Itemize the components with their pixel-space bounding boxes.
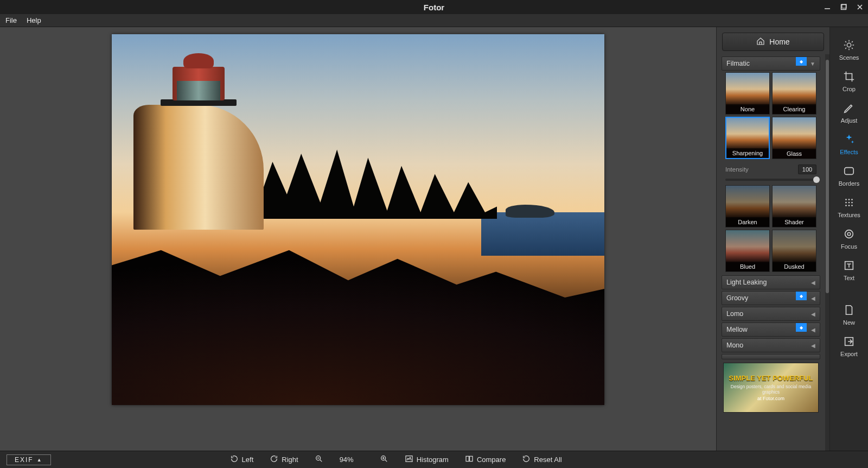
textures-icon: [843, 197, 855, 210]
svg-point-8: [848, 202, 850, 204]
promo-title: SIMPLE YET POWERFUL: [724, 374, 818, 382]
tool-rail: Scenes Crop Adjust Effects Borders Textu…: [830, 27, 868, 451]
chevron-left-icon: ◀: [811, 343, 815, 349]
rotate-right-icon: [270, 454, 278, 465]
focus-icon: [843, 228, 855, 241]
category-light-leaking[interactable]: Light Leaking◀: [722, 275, 820, 289]
sun-icon: [843, 39, 855, 52]
chevron-up-icon: ▲: [37, 457, 43, 463]
window-controls: [819, 0, 868, 14]
chevron-left-icon: ◀: [811, 295, 815, 301]
promo-banner[interactable]: SIMPLE YET POWERFUL Design posters, card…: [723, 363, 819, 413]
zoom-level: 94%: [340, 456, 363, 464]
exif-button[interactable]: EXIF ▲: [7, 454, 51, 465]
rail-new[interactable]: New: [833, 302, 865, 328]
svg-point-11: [848, 205, 850, 206]
rail-effects[interactable]: Effects: [833, 131, 865, 157]
compare-button[interactable]: Compare: [465, 454, 506, 465]
chevron-left-icon: ◀: [811, 280, 815, 286]
rotate-left-icon: [230, 454, 239, 465]
effect-shader[interactable]: Shader: [772, 185, 816, 227]
svg-rect-20: [466, 456, 469, 461]
rail-export[interactable]: Export: [833, 333, 865, 359]
minimize-button[interactable]: [819, 0, 835, 14]
rail-textures[interactable]: Textures: [833, 194, 865, 220]
svg-point-6: [851, 199, 853, 200]
rail-borders[interactable]: Borders: [833, 163, 865, 189]
home-label: Home: [769, 37, 789, 46]
premium-badge-icon: [796, 292, 807, 300]
promo-url: at Fotor.com: [724, 396, 818, 401]
svg-point-2: [847, 43, 851, 47]
rail-crop[interactable]: Crop: [833, 68, 865, 94]
effect-sharpening[interactable]: Sharpening: [725, 117, 770, 159]
rotate-right-button[interactable]: Right: [270, 454, 298, 465]
image-canvas[interactable]: [112, 34, 604, 405]
intensity-value[interactable]: 100: [798, 165, 816, 174]
close-button[interactable]: [852, 0, 868, 14]
intensity-row: Intensity 100: [720, 162, 822, 176]
canvas-area: [0, 27, 716, 451]
maximize-button[interactable]: [835, 0, 852, 14]
menubar: File Help: [0, 14, 868, 27]
home-icon: [756, 37, 765, 47]
crop-icon: [843, 71, 855, 84]
export-icon: [843, 336, 855, 349]
category-groovy[interactable]: Groovy◀: [722, 291, 820, 305]
effects-panel: Home Filmatic ▼ None Clearing Sharpening…: [716, 27, 830, 451]
category-mono[interactable]: Mono◀: [722, 338, 820, 352]
intensity-slider[interactable]: [725, 179, 816, 181]
svg-rect-3: [845, 168, 854, 175]
svg-point-9: [851, 202, 853, 204]
chevron-left-icon: ◀: [811, 311, 815, 317]
titlebar: Fotor: [0, 0, 868, 14]
category-more[interactable]: [722, 354, 820, 359]
menu-help[interactable]: Help: [27, 16, 41, 24]
premium-badge-icon: [796, 57, 807, 66]
reset-all-button[interactable]: Reset All: [522, 454, 561, 465]
svg-point-12: [851, 205, 853, 206]
effect-blued[interactable]: Blued: [725, 230, 770, 272]
histogram-icon: [405, 454, 413, 465]
zoom-in-icon: [380, 454, 388, 465]
histogram-button[interactable]: Histogram: [405, 454, 449, 465]
zoom-out-button[interactable]: [315, 454, 323, 465]
file-icon: [843, 304, 855, 317]
svg-point-5: [848, 199, 850, 200]
effect-glass[interactable]: Glass: [772, 117, 816, 159]
rotate-left-button[interactable]: Left: [230, 454, 254, 465]
effect-clearing[interactable]: Clearing: [772, 72, 816, 115]
zoom-out-icon: [315, 454, 323, 465]
chevron-left-icon: ◀: [811, 327, 815, 333]
zoom-in-button[interactable]: [380, 454, 388, 465]
effect-none[interactable]: None: [725, 72, 770, 115]
rail-scenes[interactable]: Scenes: [833, 37, 865, 63]
category-filmatic[interactable]: Filmatic ▼: [722, 56, 820, 71]
rail-focus[interactable]: Focus: [833, 226, 865, 252]
borders-icon: [843, 165, 855, 178]
rail-adjust[interactable]: Adjust: [833, 100, 865, 126]
panel-scrollbar[interactable]: [825, 54, 829, 451]
category-mellow[interactable]: Mellow◀: [722, 322, 820, 337]
scrollbar-thumb[interactable]: [826, 60, 829, 293]
menu-file[interactable]: File: [5, 16, 17, 24]
intensity-label: Intensity: [725, 166, 749, 173]
bottom-bar: EXIF ▲ Left Right 94% Histogram Compare …: [0, 451, 868, 468]
effect-dusked[interactable]: Dusked: [772, 230, 816, 272]
svg-point-4: [845, 199, 847, 200]
reset-icon: [522, 454, 531, 465]
svg-point-13: [845, 230, 853, 238]
app-title: Fotor: [424, 3, 444, 12]
category-lomo[interactable]: Lomo◀: [722, 307, 820, 321]
pencil-icon: [843, 102, 855, 115]
home-button[interactable]: Home: [722, 33, 824, 51]
effect-darken[interactable]: Darken: [725, 185, 770, 227]
rail-text[interactable]: Text: [833, 257, 865, 283]
slider-knob[interactable]: [813, 176, 820, 183]
text-icon: [843, 260, 855, 273]
svg-rect-21: [470, 456, 473, 461]
svg-point-10: [845, 205, 847, 206]
chevron-down-icon: ▼: [810, 61, 815, 67]
sparkle-icon: [843, 134, 855, 147]
premium-badge-icon: [796, 323, 807, 332]
